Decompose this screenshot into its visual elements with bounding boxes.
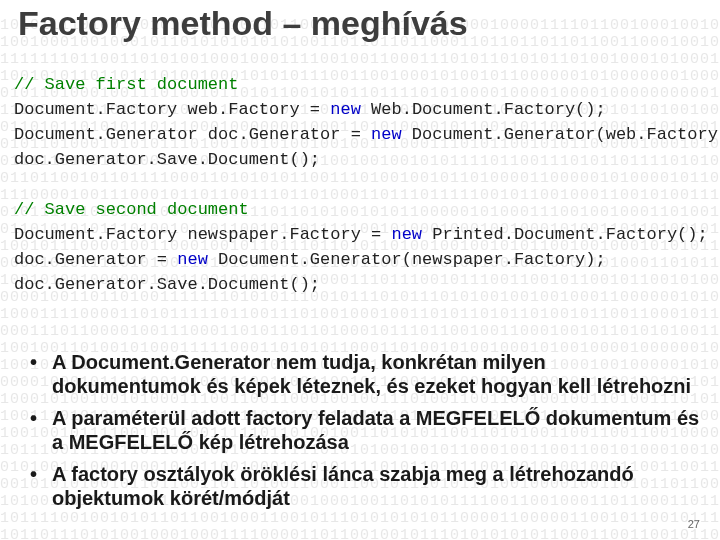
- code-line-2a: Document.Factory web.Factory =: [14, 100, 330, 119]
- bullet-list: A Document.Generator nem tudja, konkréta…: [30, 350, 700, 518]
- code-line-7a: doc.Generator =: [14, 250, 177, 269]
- keyword-new: new: [371, 125, 402, 144]
- code-line-7c: Document.Generator(newspaper.Factory);: [208, 250, 606, 269]
- keyword-new: new: [330, 100, 361, 119]
- bullet-item: A paraméterül adott factory feladata a M…: [30, 406, 700, 454]
- page-number: 27: [688, 518, 700, 530]
- slide-title: Factory method – meghívás: [18, 4, 468, 43]
- bullet-item: A factory osztályok öröklési lánca szabj…: [30, 462, 700, 510]
- code-line-4: doc.Generator.Save.Document();: [14, 150, 320, 169]
- code-line-3c: Document.Generator(web.Factory);: [402, 125, 720, 144]
- bullet-item: A Document.Generator nem tudja, konkréta…: [30, 350, 700, 398]
- code-block: // Save first document Document.Factory …: [14, 72, 720, 297]
- keyword-new: new: [391, 225, 422, 244]
- code-line-6c: Printed.Document.Factory();: [422, 225, 708, 244]
- code-line-6a: Document.Factory newspaper.Factory =: [14, 225, 391, 244]
- code-comment-2: // Save second document: [14, 200, 249, 219]
- code-line-3a: Document.Generator doc.Generator =: [14, 125, 371, 144]
- keyword-new: new: [177, 250, 208, 269]
- code-line-8: doc.Generator.Save.Document();: [14, 275, 320, 294]
- code-comment-1: // Save first document: [14, 75, 238, 94]
- code-line-2c: Web.Document.Factory();: [361, 100, 606, 119]
